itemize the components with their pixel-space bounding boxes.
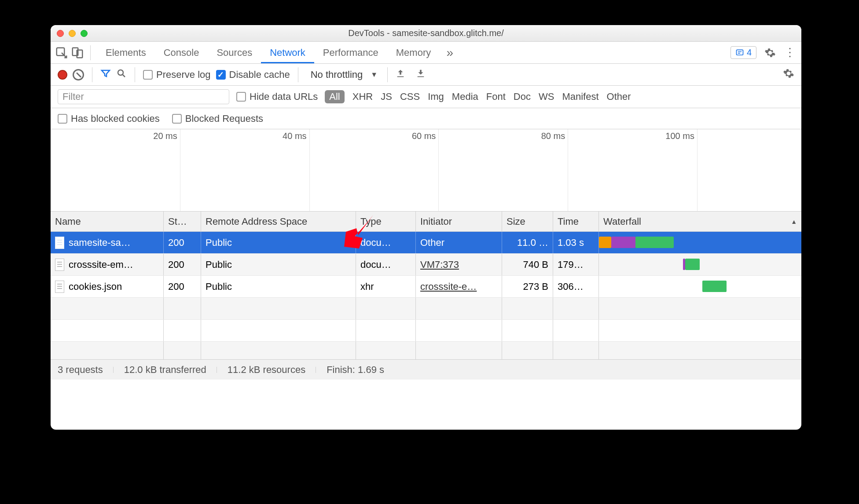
waterfall-segment xyxy=(702,281,727,292)
filter-other[interactable]: Other xyxy=(607,91,631,102)
filter-img[interactable]: Img xyxy=(428,91,444,102)
network-table-header: Name St… Remote Address Space Type Initi… xyxy=(51,212,801,232)
waterfall-segment xyxy=(611,237,635,248)
svg-rect-3 xyxy=(736,50,743,55)
filter-xhr[interactable]: XHR xyxy=(352,91,373,102)
cell-ras: Public xyxy=(201,276,356,297)
devtools-window-stage: DevTools - samesite-sandbox.glitch.me/ E… xyxy=(51,25,801,430)
cell-time: 1.03 s xyxy=(553,232,599,253)
minimize-button[interactable] xyxy=(69,30,76,37)
close-button[interactable] xyxy=(57,30,64,37)
preserve-log-toggle[interactable]: Preserve log xyxy=(143,69,211,80)
filter-manifest[interactable]: Manifest xyxy=(562,91,598,102)
table-row-empty xyxy=(51,298,801,320)
has-blocked-cookies-toggle[interactable]: Has blocked cookies xyxy=(58,113,160,124)
cell-status: 200 xyxy=(164,232,201,253)
cell-time: 179… xyxy=(553,254,599,275)
column-initiator[interactable]: Initiator xyxy=(416,212,502,231)
filter-js[interactable]: JS xyxy=(381,91,392,102)
devtools-tabbar: ElementsConsoleSourcesNetworkPerformance… xyxy=(51,42,801,64)
table-row[interactable]: samesite-sa…200Publicdocu…Other11.0 …1.0… xyxy=(51,232,801,254)
network-settings-gear-icon[interactable] xyxy=(783,68,794,82)
has-blocked-cookies-checkbox[interactable] xyxy=(58,114,67,124)
filter-toggle-icon[interactable] xyxy=(100,68,111,81)
resource-type-filters: AllXHRJSCSSImgMediaFontDocWSManifestOthe… xyxy=(325,90,631,103)
cell-name: cookies.json xyxy=(51,276,164,297)
filter-doc[interactable]: Doc xyxy=(514,91,531,102)
filter-all[interactable]: All xyxy=(325,90,344,103)
column-time[interactable]: Time xyxy=(553,212,599,231)
tab-console[interactable]: Console xyxy=(155,42,208,63)
divider xyxy=(90,45,91,60)
cell-type: xhr xyxy=(356,276,416,297)
blocked-requests-checkbox[interactable] xyxy=(172,114,182,124)
upload-har-icon[interactable] xyxy=(396,69,405,81)
summary-requests: 3 requests xyxy=(58,364,114,376)
network-summary: 3 requests 12.0 kB transferred 11.2 kB r… xyxy=(51,359,801,380)
waterfall-segment xyxy=(635,237,674,248)
devtools-window: DevTools - samesite-sandbox.glitch.me/ E… xyxy=(51,25,801,430)
column-size[interactable]: Size xyxy=(502,212,553,231)
filter-ws[interactable]: WS xyxy=(539,91,554,102)
column-type[interactable]: Type xyxy=(356,212,416,231)
clear-button[interactable] xyxy=(73,69,84,80)
column-remote-address-space[interactable]: Remote Address Space xyxy=(201,212,356,231)
table-row[interactable]: cookies.json200Publicxhrcrosssite-e…273 … xyxy=(51,276,801,298)
window-title: DevTools - samesite-sandbox.glitch.me/ xyxy=(51,28,801,38)
table-row[interactable]: crosssite-em…200Publicdocu…VM7:373740 B1… xyxy=(51,254,801,276)
sort-ascending-icon: ▲ xyxy=(791,218,797,225)
zoom-button[interactable] xyxy=(81,30,88,37)
tab-sources[interactable]: Sources xyxy=(208,42,261,63)
filter-media[interactable]: Media xyxy=(452,91,478,102)
settings-gear-icon[interactable] xyxy=(764,46,777,59)
filter-css[interactable]: CSS xyxy=(400,91,420,102)
preserve-log-checkbox[interactable] xyxy=(143,70,153,80)
timeline-overview[interactable]: 20 ms40 ms60 ms80 ms100 ms xyxy=(51,129,801,212)
cell-name: samesite-sa… xyxy=(51,232,164,253)
tab-elements[interactable]: Elements xyxy=(97,42,155,63)
disable-cache-toggle[interactable]: Disable cache xyxy=(216,69,290,80)
cell-ras: Public xyxy=(201,254,356,275)
hide-data-urls-checkbox[interactable] xyxy=(236,92,246,102)
network-filter-bar: Hide data URLs AllXHRJSCSSImgMediaFontDo… xyxy=(51,86,801,108)
divider xyxy=(135,67,135,82)
divider xyxy=(298,67,298,82)
file-icon xyxy=(55,281,64,293)
column-status[interactable]: St… xyxy=(164,212,201,231)
has-blocked-cookies-label: Has blocked cookies xyxy=(71,113,160,124)
record-button[interactable] xyxy=(58,70,67,80)
tabs-host: ElementsConsoleSourcesNetworkPerformance… xyxy=(97,42,440,63)
window-traffic-lights xyxy=(57,30,88,37)
tab-performance[interactable]: Performance xyxy=(314,42,387,63)
tab-memory[interactable]: Memory xyxy=(387,42,440,63)
throttling-select[interactable]: No throttling ▼ xyxy=(306,68,379,82)
column-waterfall[interactable]: Waterfall ▲ xyxy=(599,212,801,231)
filter-input[interactable] xyxy=(58,89,229,104)
disable-cache-checkbox[interactable] xyxy=(216,70,226,80)
inspect-icon[interactable] xyxy=(55,46,68,59)
cell-size: 11.0 … xyxy=(502,232,553,253)
search-icon[interactable] xyxy=(116,68,127,81)
network-toolbar: Preserve log Disable cache No throttling… xyxy=(51,64,801,86)
filter-font[interactable]: Font xyxy=(486,91,506,102)
timeline-tick: 100 ms xyxy=(665,131,697,141)
cell-type: docu… xyxy=(356,254,416,275)
issues-badge[interactable]: 4 xyxy=(731,46,756,59)
download-har-icon[interactable] xyxy=(416,69,426,81)
tab-network[interactable]: Network xyxy=(261,42,314,63)
hide-data-urls-toggle[interactable]: Hide data URLs xyxy=(236,91,318,102)
column-name[interactable]: Name xyxy=(51,212,164,231)
device-toggle-icon[interactable] xyxy=(71,46,84,59)
cell-size: 740 B xyxy=(502,254,553,275)
tabbar-right: 4 ⋮ xyxy=(731,46,797,59)
hide-data-urls-label: Hide data URLs xyxy=(250,91,318,102)
table-row-empty xyxy=(51,320,801,342)
cell-waterfall xyxy=(599,254,801,275)
blocked-requests-toggle[interactable]: Blocked Requests xyxy=(172,113,263,124)
blocked-requests-label: Blocked Requests xyxy=(185,113,263,124)
more-tabs-chevrons-icon[interactable]: » xyxy=(442,46,457,60)
timeline-tick: 60 ms xyxy=(412,131,438,141)
divider xyxy=(387,67,388,82)
issues-count: 4 xyxy=(747,47,752,58)
kebab-menu-icon[interactable]: ⋮ xyxy=(784,46,797,59)
